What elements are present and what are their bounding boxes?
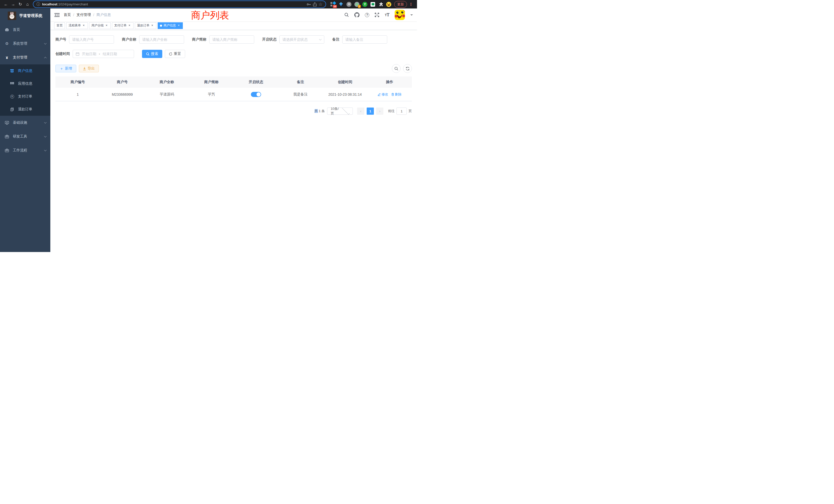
goto-page-input[interactable] [396,108,407,115]
status-select-input[interactable] [282,38,320,42]
sidebar-item-app-info[interactable]: 应用信息 [0,77,50,90]
tab-process-form[interactable]: 流程表单× [66,22,88,29]
sidebar-item-refund-order[interactable]: 退款订单 [0,103,50,116]
avatar[interactable] [395,10,405,20]
cell-create-time: 2021-10-23 08:31:14 [323,88,368,101]
table-toolbar: ＋ 新增 导出 [56,64,412,73]
tab-home[interactable]: 首页 [54,22,65,29]
tab-refund-order[interactable]: 退款订单× [135,22,156,29]
browser-update-button[interactable]: 更新 [394,1,407,8]
extension-tabs-icon[interactable]: 10 [330,2,336,7]
extension-chat-icon[interactable] [370,2,376,7]
sidebar-item-label: 支付管理 [13,55,41,60]
extension-command-icon[interactable]: ⌘ [346,2,352,7]
cell-full-name: 芋道源码 [145,88,189,101]
tab-pay-order[interactable]: 支付订单× [112,22,133,29]
goto-label: 前往 [388,109,395,113]
close-icon[interactable]: × [177,24,180,27]
extensions-puzzle-icon[interactable] [378,2,383,7]
sidebar-logo[interactable]: 芋道管理系统 [0,8,50,23]
breadcrumb-home[interactable]: 首页 [64,13,71,17]
sidebar-item-dev-tools[interactable]: 研发工具 [0,130,50,143]
sidebar-item-payment[interactable]: ¥ 支付管理 [0,50,50,64]
extension-emoji-icon[interactable] [386,2,392,7]
fullscreen-icon[interactable] [375,13,379,17]
add-button[interactable]: ＋ 新增 [56,65,76,72]
show-search-icon[interactable] [392,64,400,73]
merchant-short-name-input[interactable] [212,38,251,42]
tab-merchant-info[interactable]: 商户信息× [158,22,183,29]
sidebar-item-home[interactable]: 首页 [0,23,50,37]
date-separator: - [99,52,100,56]
start-date-input[interactable] [81,52,97,56]
next-page-button[interactable]: › [376,108,383,115]
address-bar[interactable]: ⓘ localhost:1024/pay/merchant ☆ [34,1,326,7]
cell-merchant-no: M233666999 [100,88,145,101]
prev-page-button[interactable]: ‹ [357,108,364,115]
refresh-icon[interactable] [403,64,412,73]
url-text: localhost:1024/pay/merchant [42,2,305,6]
share-icon[interactable] [313,2,316,6]
total-label: 共 1 条 [314,109,325,113]
close-icon[interactable]: × [105,24,108,27]
date-range-picker[interactable]: - [73,50,134,58]
sidebar: 芋道管理系统 首页 ⚙ 系统管理 ¥ 支付管理 商户信息 [0,8,50,252]
status-toggle[interactable] [251,92,261,97]
extension-badge-10: 10 [333,5,337,8]
sidebar-item-label: 基础设施 [13,120,41,125]
browser-back-button[interactable]: ← [3,1,9,8]
close-icon[interactable]: × [82,24,86,27]
extension-y-icon[interactable]: Y [362,2,368,7]
help-icon[interactable]: ? [365,13,369,17]
chevron-down-icon [342,107,350,114]
browser-menu-icon[interactable]: ⋮ [408,2,414,7]
page-size-select[interactable]: 10条/页 [327,108,353,115]
browser-forward-button[interactable]: → [10,1,17,8]
annotation-merchant-list: 商户列表 [191,9,229,22]
edit-button[interactable]: 修改 [378,92,388,97]
bookmark-star-icon[interactable]: ☆ [319,2,323,7]
merchant-full-name-input[interactable] [142,38,181,42]
browser-home-button[interactable]: ⌂ [24,1,31,8]
page-1-button[interactable]: 1 [367,108,374,115]
tab-user-group[interactable]: 用户分组× [89,22,111,29]
table-row: 1 M233666999 芋道源码 芋艿 我是备注 2021-10-23 08:… [56,88,412,101]
col-merchant-no: 商户号 [100,76,145,88]
sidebar-toggle-button[interactable] [50,8,64,21]
close-icon[interactable]: × [151,24,154,27]
extension-recorder-icon[interactable]: 1 [354,2,360,7]
trash-icon [391,93,394,96]
search-button[interactable]: 搜索 [142,50,162,58]
breadcrumb-payment[interactable]: 支付管理 [76,13,91,17]
merchant-no-input[interactable] [72,38,111,42]
reset-button[interactable]: 重置 [165,50,185,58]
github-icon[interactable] [354,12,359,18]
status-select[interactable] [279,36,324,44]
password-key-icon[interactable] [307,3,311,6]
close-icon[interactable]: × [128,24,131,27]
url-host: localhost [42,2,57,6]
cell-short-name: 芋艿 [189,88,234,101]
sidebar-item-merchant-info[interactable]: 商户信息 [0,64,50,77]
browser-reload-button[interactable]: ↻ [17,1,24,8]
end-date-input[interactable] [102,52,118,56]
extension-gem-icon[interactable] [338,2,344,7]
col-actions: 操作 [368,76,412,88]
sidebar-item-infrastructure[interactable]: 基础设施 [0,116,50,130]
filter-label: 商户号 [56,37,66,42]
filter-label: 开启状态 [262,37,277,42]
search-icon[interactable] [344,13,349,17]
remark-input[interactable] [345,38,384,42]
site-info-icon[interactable]: ⓘ [37,2,40,7]
delete-button[interactable]: 删除 [391,92,401,97]
dashboard-icon [5,28,9,32]
cell-remark: 我是备注 [278,88,323,101]
sidebar-item-workflow[interactable]: 工作流程 [0,143,50,157]
export-button[interactable]: 导出 [79,65,99,72]
chevron-up-icon [44,57,47,59]
text-size-icon[interactable]: TT [385,12,389,18]
avatar-caret-icon[interactable] [410,14,413,17]
sidebar-item-label: 商户信息 [18,69,32,73]
sidebar-item-system[interactable]: ⚙ 系统管理 [0,37,50,50]
sidebar-item-pay-order[interactable]: ¥ 支付订单 [0,90,50,103]
